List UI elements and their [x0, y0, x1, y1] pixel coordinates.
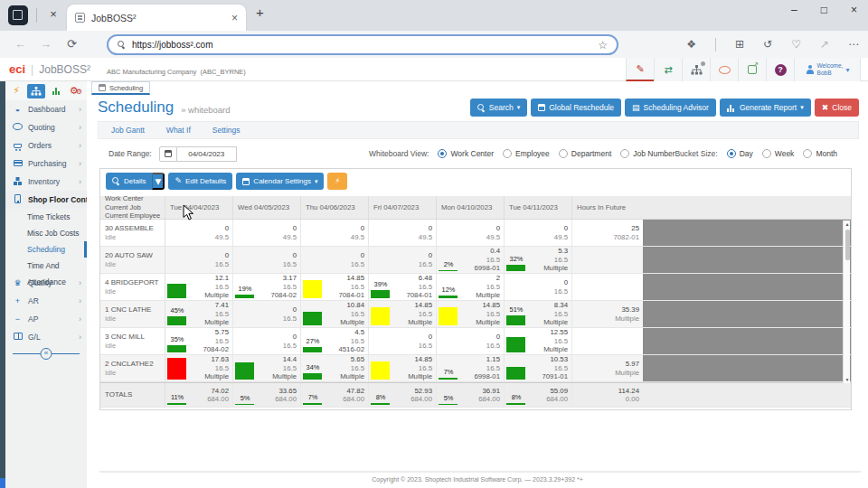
extensions-icon[interactable]: ❖: [686, 38, 696, 51]
radio-employee[interactable]: Employee: [503, 149, 550, 158]
schedule-cell[interactable]: 016.5: [369, 328, 437, 354]
schedule-cell[interactable]: 90%14.8516.5Multiple: [369, 301, 437, 327]
schedule-cell[interactable]: 32%5.316.5Multiple: [505, 247, 572, 273]
work-center-label[interactable]: 20 AUTO SAWIdle: [100, 247, 165, 273]
new-tab-button[interactable]: +: [256, 5, 264, 20]
close-icon[interactable]: ×: [43, 5, 63, 24]
sidebar-subitem-misc-job-costs[interactable]: Misc Job Costs: [5, 225, 87, 241]
sync-button[interactable]: ⇄: [654, 58, 682, 81]
tab-actions-icon[interactable]: [8, 5, 28, 25]
schedule-cell[interactable]: 107%17.6316.5Multiple: [165, 355, 233, 381]
radio-week[interactable]: Week: [762, 149, 795, 158]
schedule-cell[interactable]: 90%14.8516.5Multiple: [369, 355, 437, 381]
sidebar-item-g-l[interactable]: G/L›: [5, 328, 87, 346]
schedule-cell[interactable]: 016.5: [437, 328, 505, 354]
column-header-wed-04-05-2023[interactable]: Wed 04/05/2023: [233, 196, 301, 219]
user-menu[interactable]: Welcome,BobB ▾: [794, 58, 861, 81]
sidebar-item-shop-floor-control[interactable]: Shop Floor Control∨: [5, 191, 87, 209]
reports-icon[interactable]: [52, 87, 61, 95]
schedule-cell[interactable]: 049.5: [369, 220, 437, 246]
external-link-button[interactable]: [738, 58, 766, 81]
sidebar-collapse[interactable]: «: [13, 353, 80, 364]
schedule-cell[interactable]: 64%10.5316.57091-01: [505, 355, 572, 381]
column-header-thu-04-06-2023[interactable]: Thu 04/06/2023: [301, 196, 369, 219]
schedule-cell[interactable]: 016.5: [505, 274, 572, 300]
schedule-cell[interactable]: 016.5: [233, 247, 301, 273]
scheduling-advisor-button[interactable]: ▤Scheduling Advisor: [625, 99, 716, 117]
schedule-cell[interactable]: 19%3.1716.57084-02: [233, 274, 301, 300]
date-picker-button[interactable]: [159, 146, 177, 162]
sitemap-tab-active[interactable]: [27, 84, 45, 99]
schedule-cell[interactable]: 049.5: [505, 220, 572, 246]
schedule-cell[interactable]: 76%12.5516.5Multiple: [505, 328, 572, 354]
scroll-down-icon[interactable]: ▼: [844, 377, 851, 382]
work-center-label[interactable]: 2 CNCLATHE2Idle: [100, 355, 165, 381]
column-header-tue-04-04-2023[interactable]: Tue 04/04/2023: [165, 196, 233, 219]
edit-defaults-button[interactable]: ✎Edit Defaults: [168, 173, 232, 190]
search-button[interactable]: Search▾: [470, 99, 527, 117]
radio-job-number[interactable]: Job Number: [620, 149, 675, 158]
schedule-cell[interactable]: 2%0.416.56998-01: [437, 247, 505, 273]
share-icon[interactable]: ↗: [820, 38, 829, 51]
schedule-cell[interactable]: 016.5: [301, 247, 369, 273]
schedule-cell[interactable]: 12%216.5Multiple: [437, 274, 505, 300]
maximize-button[interactable]: □: [821, 4, 827, 16]
radio-work-center[interactable]: Work Center: [438, 149, 494, 158]
caret-down-icon[interactable]: ▾: [152, 173, 165, 190]
settings-gears-icon[interactable]: ⚙⚙: [70, 85, 80, 97]
browser-tab[interactable]: JobBOSS² ×: [67, 5, 246, 31]
schedule-cell[interactable]: 87%14.416.5Multiple: [233, 355, 301, 381]
bookmark-star-icon[interactable]: ☆: [598, 39, 608, 52]
work-center-label[interactable]: 1 CNC LATHEIdle: [100, 301, 165, 327]
nav-link-settings[interactable]: Settings: [212, 126, 241, 135]
url-text[interactable]: https://jobboss².com: [132, 40, 591, 50]
schedule-cell[interactable]: 049.5: [437, 220, 505, 246]
org-tree-button[interactable]: [682, 58, 710, 81]
date-range-input[interactable]: 04/04/2023: [177, 146, 237, 162]
radio-month[interactable]: Month: [803, 149, 837, 158]
settings-dots-icon[interactable]: ⋯: [848, 38, 859, 51]
forward-icon[interactable]: →: [40, 37, 52, 51]
schedule-cell[interactable]: 73%12.116.5Multiple: [165, 274, 233, 300]
radio-department[interactable]: Department: [559, 149, 611, 158]
refresh-icon[interactable]: ⟳: [67, 37, 77, 51]
generate-report-button[interactable]: Generate Report▾: [720, 99, 811, 117]
global-reschedule-button[interactable]: Global Reschedule: [531, 99, 621, 117]
schedule-cell[interactable]: 45%7.4116.5Multiple: [165, 301, 233, 327]
sidebar-subitem-time-and-attendance[interactable]: Time And Attendance: [5, 258, 87, 274]
sidebar-item-inventory[interactable]: Inventory›: [5, 173, 87, 191]
schedule-cell[interactable]: 016.5: [165, 247, 233, 273]
sidebar-item-purchasing[interactable]: Purchasing›: [5, 155, 87, 173]
schedule-cell[interactable]: 049.5: [233, 220, 301, 246]
details-button[interactable]: Details: [106, 173, 152, 190]
schedule-cell[interactable]: 27%4.516.54516-02: [301, 328, 369, 354]
close-button[interactable]: ✖Close: [815, 99, 859, 117]
column-header-mon-04-10-2023[interactable]: Mon 04/10/2023: [437, 196, 505, 219]
schedule-cell[interactable]: 90%14.8516.57084-01: [301, 274, 369, 300]
nav-link-what-if[interactable]: What If: [166, 126, 191, 135]
schedule-cell[interactable]: 66%10.8416.5Multiple: [301, 301, 369, 327]
schedule-cell[interactable]: 51%8.3416.5Multiple: [505, 301, 572, 327]
vertical-scrollbar[interactable]: ▲ ▼: [843, 221, 850, 383]
lightning-button[interactable]: ⚡: [327, 173, 347, 190]
sidebar-item-ar[interactable]: +AR›: [5, 292, 87, 310]
column-header-fri-04-07-2023[interactable]: Fri 04/07/2023: [369, 196, 437, 219]
column-header-tue-04-11-2023[interactable]: Tue 04/11/2023: [505, 196, 572, 219]
sidebar-item-orders[interactable]: Orders›: [5, 136, 87, 155]
scroll-up-icon[interactable]: ▲: [844, 221, 851, 227]
schedule-cell[interactable]: 35%5.7516.57084-02: [165, 328, 233, 354]
work-center-label[interactable]: 4 BRIDGEPORTIdle: [100, 274, 165, 300]
tab-scheduling[interactable]: Scheduling: [91, 81, 150, 95]
favorites-heart-icon[interactable]: ♡: [791, 38, 801, 51]
quick-entry-button[interactable]: ✎: [626, 58, 654, 81]
calendar-settings-button[interactable]: Calendar Settings▾: [236, 173, 324, 190]
work-center-label[interactable]: 3 CNC MILLIdle: [100, 328, 165, 354]
close-window-button[interactable]: ×: [851, 4, 857, 16]
schedule-cell[interactable]: 7%1.1516.56998-01: [437, 355, 505, 381]
nav-link-job-gantt[interactable]: Job Gantt: [111, 126, 145, 135]
schedule-cell[interactable]: 016.5: [369, 247, 437, 273]
minimize-button[interactable]: –: [791, 4, 797, 16]
schedule-cell[interactable]: 90%14.8516.5Multiple: [437, 301, 505, 327]
quick-actions-icon[interactable]: ⚡: [13, 85, 20, 97]
sidebar-item-dashboard[interactable]: ◒Dashboard›: [5, 100, 87, 118]
